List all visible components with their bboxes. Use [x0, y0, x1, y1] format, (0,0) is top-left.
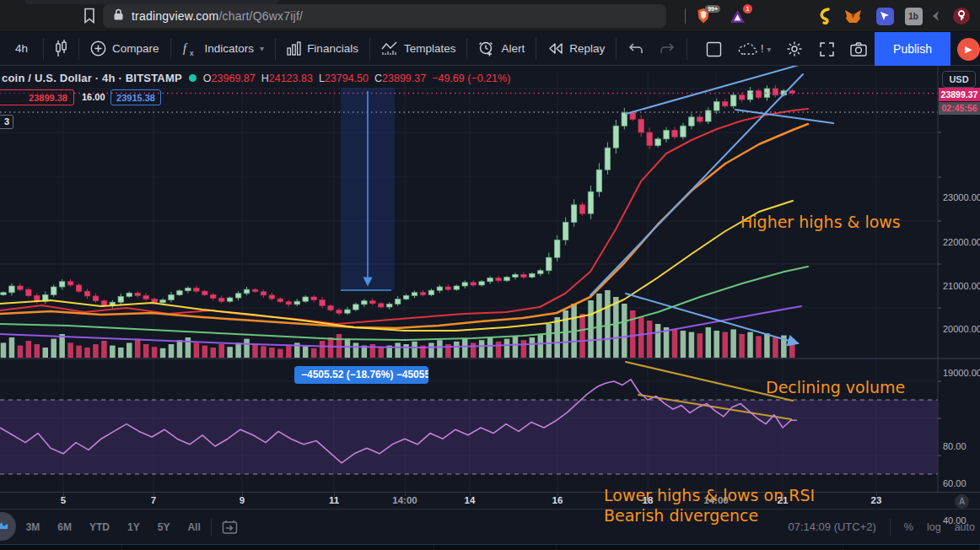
password-key-icon[interactable] — [951, 6, 972, 26]
symbol-title[interactable]: coin / U.S. Dollar · 4h · BITSTAMP — [2, 72, 182, 84]
volume-bar — [353, 342, 359, 358]
currency-button[interactable]: USD — [942, 71, 976, 88]
bat-extension-icon[interactable]: 1 — [727, 6, 747, 26]
candle-body — [756, 91, 762, 98]
candle-body — [353, 305, 359, 310]
volume-bar — [672, 329, 678, 358]
clock-label[interactable]: 07:14:09 (UTC+2) — [788, 520, 875, 533]
chevron-down-icon[interactable]: ▾ — [767, 45, 771, 54]
candle-body — [218, 299, 224, 302]
brave-shield-icon[interactable]: 99+ — [693, 6, 713, 26]
volume-bar — [1, 342, 7, 358]
price-chart-canvas[interactable] — [0, 66, 980, 492]
time-axis-label: 5 — [61, 495, 66, 505]
compare-button[interactable]: Compare — [79, 38, 171, 60]
undo-button[interactable] — [617, 38, 655, 60]
log-scale-button[interactable]: log — [927, 521, 941, 533]
candle-body — [93, 296, 99, 301]
candle-body — [101, 301, 107, 306]
range-button-ytd[interactable]: YTD — [89, 521, 110, 533]
candle-body — [714, 102, 720, 111]
candle-body — [362, 301, 368, 305]
volume-bar — [269, 348, 275, 358]
candle-body — [773, 89, 778, 95]
volume-bar — [437, 340, 443, 358]
screenshot-button[interactable] — [843, 32, 875, 66]
goto-date-button[interactable] — [222, 520, 238, 535]
bar-countdown-label: 02:45:56 — [939, 102, 980, 115]
symbol-header[interactable]: coin / U.S. Dollar · 4h · BITSTAMP O2396… — [2, 72, 510, 84]
fullscreen-button[interactable] — [810, 32, 843, 66]
blue-extension-icon[interactable] — [875, 6, 895, 26]
auto-scale-badge[interactable]: A — [955, 494, 969, 509]
volume-bar — [638, 317, 644, 358]
redo-button[interactable] — [655, 38, 687, 60]
play-button[interactable]: ▶ — [957, 38, 980, 61]
undo-icon — [627, 42, 644, 56]
indicators-button[interactable]: fx Indicators ▾ — [171, 38, 277, 60]
candle-body — [135, 293, 141, 295]
candle-body — [563, 223, 568, 240]
candle-body — [9, 286, 15, 293]
candle-body — [286, 302, 292, 305]
volume-bar — [261, 346, 267, 358]
settings-button[interactable] — [778, 32, 810, 66]
volume-bar — [764, 333, 770, 358]
interval-button[interactable]: 4h — [0, 38, 44, 60]
volume-bar — [647, 321, 653, 358]
url-text[interactable]: tradingview.com/chart/Q6wx7ijf/ — [132, 9, 303, 23]
chart-style-button[interactable] — [44, 38, 79, 60]
camera-icon — [850, 42, 867, 57]
volume-bar — [311, 348, 317, 358]
annotation-rsi-line2[interactable]: Bearish divergence — [604, 506, 758, 525]
percent-scale-button[interactable]: % — [904, 521, 913, 533]
annotation-rsi-line1[interactable]: Lower highs & lows on RSI — [604, 486, 815, 504]
volume-bar — [747, 332, 753, 358]
yellow-extension-icon[interactable] — [815, 6, 835, 26]
range-button-all[interactable]: All — [187, 521, 200, 533]
chevron-down-icon[interactable]: ▾ — [260, 44, 264, 53]
svg-text:x: x — [190, 49, 194, 57]
replay-button[interactable]: Replay — [536, 38, 617, 60]
candle-body — [496, 278, 502, 281]
volume-bar — [547, 324, 552, 358]
bookmark-icon[interactable] — [83, 8, 96, 27]
volume-bar — [622, 304, 627, 358]
volume-bar — [773, 337, 778, 358]
layout-button[interactable] — [697, 32, 730, 66]
measure-tool-label[interactable]: −4505.52 (−18.76%) −450552 — [294, 366, 428, 384]
range-button-5y[interactable]: 5Y — [158, 521, 170, 533]
cloud-save-button[interactable]: ! ▾ — [730, 32, 778, 66]
volume-bar — [714, 331, 720, 358]
1b-extension-icon[interactable]: 1b — [903, 6, 923, 26]
layout-icon — [706, 41, 722, 57]
range-button-6m[interactable]: 6M — [57, 521, 72, 533]
templates-button[interactable]: Templates — [370, 38, 468, 60]
volume-bar — [194, 342, 200, 358]
volume-bar — [186, 337, 191, 358]
volume-bar — [689, 332, 695, 358]
volume-bar — [605, 290, 611, 358]
candle-body — [613, 126, 619, 148]
volume-bar — [681, 331, 687, 358]
time-axis[interactable]: A 5791114:0014161814:002123 — [0, 492, 980, 509]
volume-bar — [143, 344, 149, 358]
range-button-3m[interactable]: 3M — [26, 521, 40, 533]
low-value: 23794.50 — [325, 73, 369, 84]
tv-toolbar: 4h Compare fx Indicators ▾ Financials Te… — [0, 32, 980, 66]
spread-label: 16.00 — [82, 92, 105, 102]
publish-button[interactable]: Publish — [875, 32, 950, 66]
alert-button[interactable]: Alert — [467, 38, 536, 60]
arrow-extension-icon[interactable] — [926, 6, 946, 26]
volume-bar — [471, 342, 477, 358]
candle-body — [605, 148, 611, 170]
candle-body — [395, 299, 401, 305]
annotation-higher-highs[interactable]: Higher highs & lows — [740, 213, 901, 231]
financials-button[interactable]: Financials — [276, 38, 370, 60]
address-bar[interactable]: tradingview.com/chart/Q6wx7ijf/ — [103, 4, 666, 28]
browser-bar: tradingview.com/chart/Q6wx7ijf/ 99+ 1 1b — [0, 0, 980, 32]
metamask-icon[interactable] — [843, 6, 863, 26]
range-button-1y[interactable]: 1Y — [127, 521, 140, 533]
time-axis-label: 9 — [240, 495, 245, 505]
annotation-declining-volume[interactable]: Declining volume — [766, 378, 905, 396]
